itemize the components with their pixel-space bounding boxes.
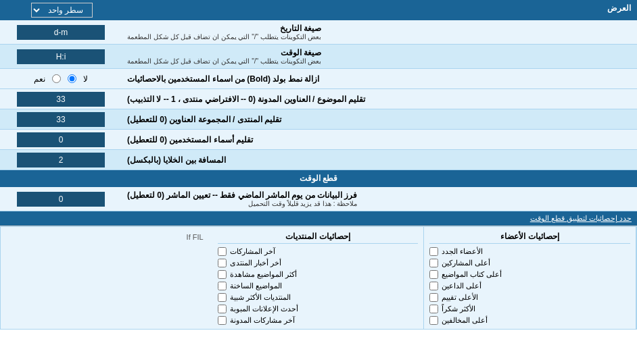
cell-spacing-row: المسافة بين الخلايا (بالبكسل) bbox=[0, 150, 637, 170]
date-format-input-container bbox=[0, 20, 122, 44]
forum-trim-row: تقليم المنتدى / المجموعة العناوين (0 للت… bbox=[0, 109, 637, 130]
checkbox-section: إحصائيات الأعضاء الأعضاء الجدد أعلى المش… bbox=[0, 226, 637, 330]
checkbox-item-top-inviters: أعلى الداعين bbox=[429, 280, 630, 292]
checkbox-top-topic-writers[interactable] bbox=[429, 270, 438, 279]
forum-trim-input-container bbox=[0, 109, 122, 129]
username-trim-label: تقليم أسماء المستخدمين (0 للتعطيل) bbox=[122, 130, 637, 149]
checkbox-item-top-topic-writers: أعلى كتاب المواضيع bbox=[429, 269, 630, 280]
extra-col: If FIL bbox=[1, 227, 212, 329]
cell-spacing-input-container bbox=[0, 150, 122, 170]
radio-yes-label: نعم bbox=[34, 74, 45, 84]
cutoff-row: فرز البيانات من يوم الماشر الماضي فقط --… bbox=[0, 187, 637, 211]
header-row: العرض سطر واحد bbox=[0, 0, 637, 20]
display-dropdown[interactable]: سطر واحد bbox=[31, 3, 93, 18]
date-format-input[interactable] bbox=[17, 25, 105, 40]
checkbox-classified-ads[interactable] bbox=[218, 305, 227, 313]
topic-trim-row: تقليم الموضوع / العناوين المدونة (0 -- ا… bbox=[0, 89, 637, 109]
checkbox-forum-news[interactable] bbox=[218, 259, 227, 267]
checkbox-item-most-viewed: أكثر المواضيع مشاهدة bbox=[218, 269, 419, 280]
username-trim-input-container bbox=[0, 130, 122, 149]
checkbox-new-members[interactable] bbox=[429, 247, 438, 256]
checkbox-blog-posts[interactable] bbox=[218, 316, 227, 325]
cell-spacing-label: المسافة بين الخلايا (بالبكسل) bbox=[122, 150, 637, 170]
checkbox-item-top-posters: أعلى المشاركين bbox=[429, 257, 630, 269]
main-container: العرض سطر واحد صيغة التاريخ بعض التكوينا… bbox=[0, 0, 637, 330]
extra-col-text: If FIL bbox=[6, 230, 207, 244]
apply-row: حدد إحصائيات لتطبيق قطع الوقت bbox=[0, 211, 637, 226]
checkbox-item-new-members: الأعضاء الجدد bbox=[429, 246, 630, 257]
members-stats-col: إحصائيات الأعضاء الأعضاء الجدد أعلى المش… bbox=[424, 227, 636, 329]
checkbox-top-inviters[interactable] bbox=[429, 282, 438, 290]
topic-trim-input-container bbox=[0, 89, 122, 109]
checkbox-most-viewed[interactable] bbox=[218, 270, 227, 279]
checkbox-item-blog-posts: آخر مشاركات المدونة bbox=[218, 315, 419, 326]
checkbox-item-hot-topics: المواضيع الساخنة bbox=[218, 280, 419, 292]
checkbox-item-classified-ads: أحدث الإعلانات المبوبة bbox=[218, 303, 419, 315]
checkbox-item-most-thanked: الأكثر شكراً bbox=[429, 303, 630, 315]
cutoff-label: فرز البيانات من يوم الماشر الماضي فقط --… bbox=[122, 187, 637, 211]
cell-spacing-input[interactable] bbox=[17, 153, 105, 167]
checkbox-item-forum-news: أخر أخبار المنتدى bbox=[218, 257, 419, 269]
members-stats-header: إحصائيات الأعضاء bbox=[429, 230, 630, 244]
forums-stats-col: إحصائيات المنتديات آخر المشاركات أخر أخب… bbox=[212, 227, 425, 329]
time-format-label: صيغة الوقت بعض التكوينات يتطلب "/" التي … bbox=[122, 45, 637, 68]
forum-trim-input[interactable] bbox=[17, 112, 105, 127]
cutoff-section-header: قطع الوقت bbox=[0, 170, 637, 187]
checkbox-most-thanked[interactable] bbox=[429, 305, 438, 313]
cutoff-input[interactable] bbox=[17, 192, 105, 207]
checkbox-item-top-violators: أعلى المخالفين bbox=[429, 315, 630, 326]
username-trim-input[interactable] bbox=[17, 132, 105, 147]
radio-yes[interactable] bbox=[52, 74, 61, 83]
time-format-row: صيغة الوقت بعض التكوينات يتطلب "/" التي … bbox=[0, 45, 637, 69]
header-title: العرض bbox=[122, 1, 636, 20]
checkbox-top-violators[interactable] bbox=[429, 316, 438, 325]
bold-radio-container: لا نعم bbox=[0, 72, 122, 86]
checkbox-item-last-posts: آخر المشاركات bbox=[218, 246, 419, 257]
cutoff-input-container bbox=[0, 187, 122, 211]
checkbox-similar-forums[interactable] bbox=[218, 293, 227, 302]
topic-trim-label: تقليم الموضوع / العناوين المدونة (0 -- ا… bbox=[122, 89, 637, 109]
topic-trim-input[interactable] bbox=[17, 92, 105, 107]
date-format-row: صيغة التاريخ بعض التكوينات يتطلب "/" الت… bbox=[0, 20, 637, 45]
radio-no[interactable] bbox=[68, 74, 76, 83]
forums-stats-header: إحصائيات المنتديات bbox=[218, 230, 419, 244]
checkbox-top-rated[interactable] bbox=[429, 293, 438, 302]
time-format-input[interactable] bbox=[17, 49, 105, 64]
header-dropdown-container: سطر واحد bbox=[1, 1, 122, 20]
bold-radio-row: ازالة نمط بولد (Bold) من اسماء المستخدمي… bbox=[0, 69, 637, 89]
time-format-input-container bbox=[0, 45, 122, 68]
date-format-label: صيغة التاريخ بعض التكوينات يتطلب "/" الت… bbox=[122, 20, 637, 44]
apply-link[interactable]: حدد إحصائيات لتطبيق قطع الوقت bbox=[530, 214, 632, 222]
forum-trim-label: تقليم المنتدى / المجموعة العناوين (0 للت… bbox=[122, 109, 637, 129]
username-trim-row: تقليم أسماء المستخدمين (0 للتعطيل) bbox=[0, 130, 637, 150]
checkbox-hot-topics[interactable] bbox=[218, 282, 227, 290]
checkbox-top-posters[interactable] bbox=[429, 259, 438, 267]
checkbox-item-top-rated: الأعلى تقييم bbox=[429, 292, 630, 303]
checkbox-last-posts[interactable] bbox=[218, 247, 227, 256]
bold-label: ازالة نمط بولد (Bold) من اسماء المستخدمي… bbox=[122, 71, 637, 87]
radio-no-label: لا bbox=[83, 74, 88, 84]
checkbox-item-similar-forums: المنتديات الأكثر شبية bbox=[218, 292, 419, 303]
